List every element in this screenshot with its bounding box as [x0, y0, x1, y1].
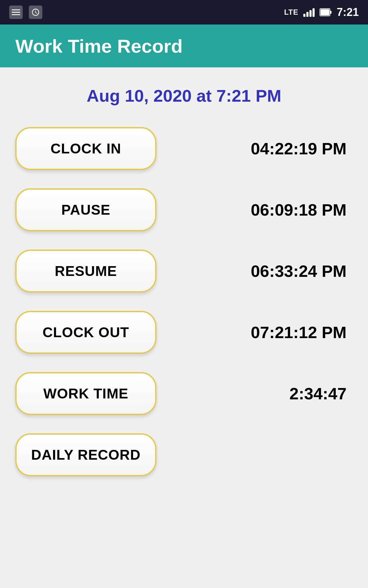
signal-icon	[303, 8, 315, 17]
work-time-row: WORK TIME 2:34:47	[15, 372, 353, 415]
datetime-header: Aug 10, 2020 at 7:21 PM	[15, 86, 353, 106]
pause-button[interactable]: PAUSE	[15, 188, 156, 231]
resume-label: RESUME	[55, 263, 117, 279]
clock-in-label: CLOCK IN	[51, 140, 121, 157]
clock-out-label: CLOCK OUT	[43, 324, 129, 341]
datetime-text: Aug 10, 2020 at 7:21 PM	[87, 86, 282, 105]
daily-record-label: DAILY RECORD	[31, 447, 140, 463]
menu-icon	[9, 6, 23, 19]
main-content: Aug 10, 2020 at 7:21 PM CLOCK IN 04:22:1…	[0, 67, 368, 588]
work-time-value: 2:34:47	[289, 384, 353, 403]
svg-rect-0	[12, 9, 20, 10]
clock-in-time: 04:22:19 PM	[251, 139, 353, 158]
status-bar-left	[9, 6, 42, 19]
clock-out-button[interactable]: CLOCK OUT	[15, 311, 156, 354]
resume-row: RESUME 06:33:24 PM	[15, 250, 353, 292]
app-title: Work Time Record	[15, 35, 183, 57]
status-bar-right: LTE 7:21	[284, 6, 359, 19]
work-time-button[interactable]: WORK TIME	[15, 372, 156, 415]
clock-out-row: CLOCK OUT 07:21:12 PM	[15, 311, 353, 354]
pause-label: PAUSE	[61, 202, 110, 218]
svg-rect-5	[330, 11, 332, 14]
svg-rect-1	[12, 12, 20, 13]
work-time-label: WORK TIME	[43, 385, 128, 402]
clock-in-row: CLOCK IN 04:22:19 PM	[15, 127, 353, 170]
resume-time: 06:33:24 PM	[251, 262, 353, 281]
app-bar: Work Time Record	[0, 24, 368, 67]
status-bar: LTE 7:21	[0, 0, 368, 24]
lte-indicator: LTE	[284, 8, 298, 17]
app-icon	[29, 6, 42, 19]
svg-rect-2	[12, 14, 20, 15]
resume-button[interactable]: RESUME	[15, 250, 156, 292]
clock-out-time: 07:21:12 PM	[251, 323, 353, 342]
svg-rect-4	[320, 9, 329, 15]
clock-in-button[interactable]: CLOCK IN	[15, 127, 156, 170]
pause-time: 06:09:18 PM	[251, 200, 353, 219]
daily-record-button[interactable]: DAILY RECORD	[15, 433, 156, 476]
battery-icon	[320, 8, 332, 16]
daily-record-row: DAILY RECORD	[15, 433, 353, 476]
pause-row: PAUSE 06:09:18 PM	[15, 188, 353, 231]
status-time: 7:21	[337, 6, 359, 19]
